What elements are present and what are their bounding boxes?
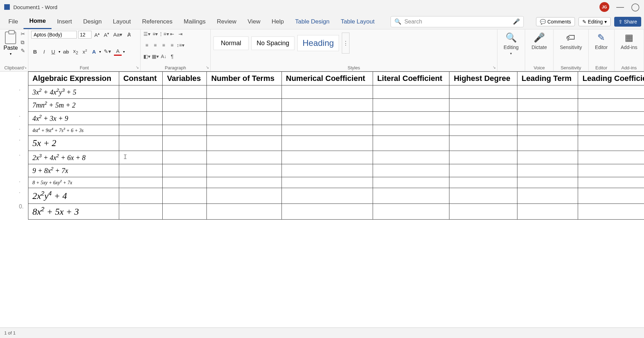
- align-center-button[interactable]: ≡: [152, 42, 159, 48]
- bold-button[interactable]: B: [31, 48, 39, 55]
- table-row[interactable]: .2x3 + 4x2 + 6x + 8I: [18, 151, 644, 164]
- empty-cell[interactable]: [578, 98, 644, 112]
- tab-table-layout[interactable]: Table Layout: [335, 14, 380, 29]
- highlight-button[interactable]: ✎▾: [102, 48, 113, 55]
- empty-cell[interactable]: [578, 85, 644, 99]
- styles-gallery-more[interactable]: ⋮: [342, 33, 350, 54]
- tab-mailings[interactable]: Mailings: [178, 14, 211, 29]
- expression-cell[interactable]: 4st4 + 9st4 + 7s3 + 6 + 3s: [28, 125, 119, 136]
- empty-cell[interactable]: [207, 125, 282, 136]
- empty-cell[interactable]: [282, 125, 373, 136]
- empty-cell[interactable]: [373, 98, 449, 112]
- table-row[interactable]: .4st4 + 9st4 + 7s3 + 6 + 3s: [18, 125, 644, 136]
- shading-button[interactable]: ◧▾: [143, 53, 150, 60]
- font-color-button[interactable]: A: [114, 47, 122, 56]
- empty-cell[interactable]: [207, 151, 282, 164]
- empty-cell[interactable]: [517, 164, 578, 177]
- empty-cell[interactable]: [282, 112, 373, 125]
- empty-cell[interactable]: [282, 85, 373, 99]
- empty-cell[interactable]: [373, 151, 449, 164]
- decrease-indent-button[interactable]: ⇤: [169, 31, 176, 37]
- minimize-button[interactable]: —: [616, 2, 624, 12]
- tab-design[interactable]: Design: [77, 14, 107, 29]
- dialog-launcher-icon[interactable]: ↘: [206, 65, 209, 70]
- empty-cell[interactable]: [373, 125, 449, 136]
- tab-layout[interactable]: Layout: [107, 14, 136, 29]
- empty-cell[interactable]: [517, 85, 578, 99]
- empty-cell[interactable]: [163, 85, 207, 99]
- empty-cell[interactable]: [119, 177, 163, 188]
- sensitivity-button[interactable]: 🏷 Sensitivity: [556, 31, 585, 51]
- addins-button[interactable]: ▦ Add-ins: [617, 31, 641, 51]
- sort-button[interactable]: A↓: [160, 53, 167, 60]
- grow-font-button[interactable]: A▴: [93, 31, 101, 39]
- empty-cell[interactable]: [282, 204, 373, 219]
- empty-cell[interactable]: [282, 98, 373, 112]
- style-heading[interactable]: Heading: [297, 35, 339, 51]
- page-indicator[interactable]: 1 of 1: [4, 330, 16, 336]
- empty-cell[interactable]: [373, 164, 449, 177]
- paste-button[interactable]: Paste ▾: [3, 31, 19, 56]
- empty-cell[interactable]: [282, 164, 373, 177]
- empty-cell[interactable]: [207, 136, 282, 151]
- italic-button[interactable]: I: [40, 48, 48, 55]
- empty-cell[interactable]: [163, 98, 207, 112]
- tab-insert[interactable]: Insert: [52, 14, 78, 29]
- empty-cell[interactable]: [517, 125, 578, 136]
- empty-cell[interactable]: [373, 177, 449, 188]
- empty-cell[interactable]: [373, 112, 449, 125]
- col-header[interactable]: Numerical Coefficient: [282, 72, 373, 85]
- tab-view[interactable]: View: [242, 14, 266, 29]
- empty-cell[interactable]: [578, 164, 644, 177]
- empty-cell[interactable]: [373, 188, 449, 204]
- empty-cell[interactable]: [578, 204, 644, 219]
- empty-cell[interactable]: [282, 151, 373, 164]
- table-row[interactable]: .3x2 + 4x2y3 + 5: [18, 85, 644, 99]
- tab-table-design[interactable]: Table Design: [290, 14, 335, 29]
- empty-cell[interactable]: [517, 151, 578, 164]
- empty-cell[interactable]: [373, 85, 449, 99]
- show-marks-button[interactable]: ¶: [169, 53, 176, 60]
- empty-cell[interactable]: [449, 85, 517, 99]
- empty-cell[interactable]: [449, 204, 517, 219]
- empty-cell[interactable]: [282, 188, 373, 204]
- expression-cell[interactable]: 4x2 + 3x + 9: [28, 112, 119, 125]
- empty-cell[interactable]: [449, 177, 517, 188]
- superscript-button[interactable]: x2: [81, 48, 89, 55]
- font-size-select[interactable]: 12: [78, 31, 91, 39]
- col-header[interactable]: Leading Term: [517, 72, 578, 85]
- format-painter-icon[interactable]: ✎: [21, 48, 25, 54]
- empty-cell[interactable]: [119, 164, 163, 177]
- dialog-launcher-icon[interactable]: ↘: [23, 65, 27, 70]
- col-header[interactable]: Constant: [119, 72, 163, 85]
- col-header[interactable]: Highest Degree: [449, 72, 517, 85]
- empty-cell[interactable]: [578, 136, 644, 151]
- empty-cell[interactable]: [163, 112, 207, 125]
- empty-cell[interactable]: [517, 204, 578, 219]
- empty-cell[interactable]: [163, 177, 207, 188]
- empty-cell[interactable]: [207, 188, 282, 204]
- empty-cell[interactable]: [449, 125, 517, 136]
- tab-file[interactable]: File: [3, 14, 23, 29]
- empty-cell[interactable]: [449, 136, 517, 151]
- empty-cell[interactable]: [578, 177, 644, 188]
- subscript-button[interactable]: x2: [72, 47, 80, 56]
- user-badge[interactable]: JG: [599, 2, 609, 12]
- underline-button[interactable]: U: [49, 48, 57, 55]
- empty-cell[interactable]: [207, 204, 282, 219]
- expression-cell[interactable]: 3x2 + 4x2y3 + 5: [28, 85, 119, 99]
- empty-cell[interactable]: [163, 164, 207, 177]
- empty-cell[interactable]: [578, 125, 644, 136]
- expression-cell[interactable]: 9 + 8x2 + 7x: [28, 164, 119, 177]
- strikethrough-button[interactable]: ab: [62, 48, 70, 55]
- table-row[interactable]: 7mn2 + 5m + 2: [18, 98, 644, 112]
- empty-cell[interactable]: [449, 98, 517, 112]
- col-header[interactable]: Algebraic Expression: [28, 72, 119, 85]
- empty-cell[interactable]: [119, 188, 163, 204]
- dialog-launcher-icon[interactable]: ↘: [493, 65, 496, 70]
- empty-cell[interactable]: [163, 125, 207, 136]
- editing-button[interactable]: 🔍 Editing ▾: [500, 31, 522, 57]
- empty-cell[interactable]: [517, 112, 578, 125]
- empty-cell[interactable]: [282, 136, 373, 151]
- copy-icon[interactable]: ⧉: [21, 39, 25, 46]
